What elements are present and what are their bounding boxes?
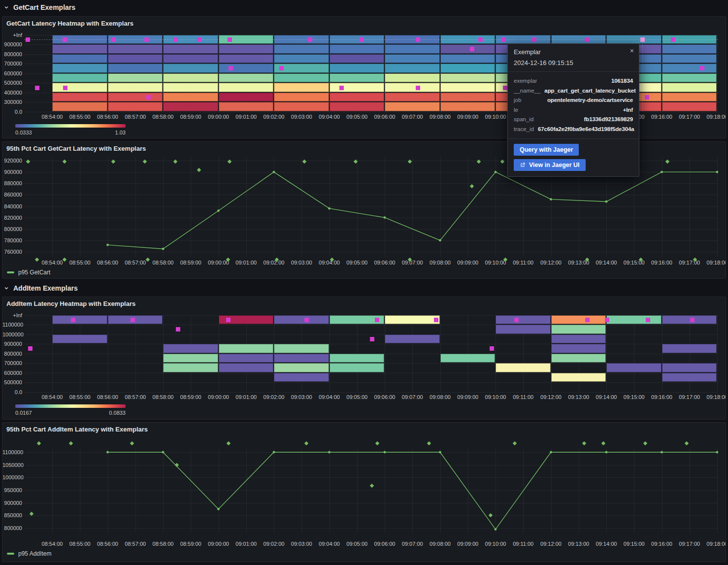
exemplar-marker[interactable] <box>370 337 374 341</box>
view-in-jaeger-ui-button[interactable]: View in Jaeger UI <box>514 159 586 171</box>
panel-title[interactable]: GetCart Latency Heatmap with Exemplars <box>6 20 133 27</box>
exemplar-marker[interactable] <box>131 318 135 322</box>
exemplar-marker[interactable] <box>375 318 379 322</box>
legend-item-p95-additem[interactable]: p95 AddItem <box>7 550 51 557</box>
exemplar-marker[interactable] <box>532 37 536 42</box>
exemplar-marker[interactable] <box>605 318 609 322</box>
exemplar-marker[interactable] <box>308 37 312 42</box>
heatmap-cell <box>662 363 717 372</box>
exemplar-marker[interactable] <box>229 66 233 70</box>
exemplar-marker[interactable] <box>173 37 178 42</box>
heatmap-cell <box>662 344 717 353</box>
exemplar-marker[interactable] <box>416 86 420 90</box>
heatmap-cell <box>52 334 107 344</box>
chevron-down-icon[interactable] <box>4 286 9 291</box>
axis-tick-label-x: 09:18:00 <box>703 114 726 120</box>
exemplar-marker[interactable] <box>585 37 589 42</box>
axis-tick-label-y: 500000 <box>2 379 22 385</box>
tooltip-row-value: 1061834 <box>611 76 633 86</box>
gridline <box>24 344 718 344</box>
panel-title[interactable]: AddItem Latency Heatmap with Exemplars <box>6 300 135 307</box>
exemplar-marker[interactable] <box>478 37 483 42</box>
exemplar-marker[interactable] <box>146 95 151 100</box>
exemplar-marker[interactable] <box>144 37 149 42</box>
data-point <box>384 216 386 219</box>
axis-tick-label-y: 700000 <box>2 360 22 366</box>
heatmap-cell <box>606 363 662 372</box>
heatmap-cell <box>274 44 329 54</box>
section-header-getcart[interactable]: GetCart Exemplars <box>4 0 75 15</box>
exemplar-marker[interactable] <box>304 318 309 322</box>
axis-tick-label-x: 09:17:00 <box>676 394 703 400</box>
exemplar-marker[interactable] <box>501 37 506 42</box>
data-point <box>605 451 608 454</box>
heatmap-cell <box>219 354 274 363</box>
exemplar-marker[interactable] <box>646 318 650 322</box>
heatmap-cell <box>163 93 218 102</box>
exemplar-marker[interactable] <box>645 95 649 100</box>
exemplar-marker[interactable] <box>71 318 75 322</box>
data-point <box>217 508 220 510</box>
exemplar-marker[interactable] <box>28 346 33 351</box>
heatmap-cell <box>219 83 274 92</box>
heatmap-cell <box>163 44 218 54</box>
axis-tick-label-x: 09:08:00 <box>427 114 454 120</box>
heatmap-cell <box>274 83 329 92</box>
tooltip-row: trace_id67c60fa2e2f0ba9e6e43d198f5de304a <box>514 125 633 134</box>
exemplar-marker[interactable] <box>416 37 420 42</box>
exemplar-marker[interactable] <box>26 37 30 42</box>
query-with-jaeger-button[interactable]: Query with Jaeger <box>514 144 579 156</box>
legend-label: p95 AddItem <box>18 550 51 557</box>
axis-tick-label-x: 08:54:00 <box>38 114 66 120</box>
exemplar-marker[interactable] <box>585 318 590 322</box>
exemplar-marker[interactable] <box>226 318 231 322</box>
exemplar-marker[interactable] <box>176 327 180 332</box>
exemplar-marker[interactable] <box>700 66 704 70</box>
exemplar-marker[interactable] <box>690 318 695 322</box>
exemplar-marker[interactable] <box>490 346 494 351</box>
heatmap-cell <box>219 102 274 111</box>
exemplar-marker[interactable] <box>197 37 201 42</box>
panel-title[interactable]: 95th Pct Cart AddItem Latency with Exemp… <box>6 426 148 433</box>
chevron-down-icon[interactable] <box>4 5 9 10</box>
exemplar-marker[interactable] <box>339 86 344 90</box>
panel-title[interactable]: 95th Pct Cart GetCart Latency with Exemp… <box>6 145 146 152</box>
section-header-additem[interactable]: AddItem Exemplars <box>4 281 78 296</box>
heatmap-cell <box>52 102 107 111</box>
exemplar-marker[interactable] <box>63 37 67 42</box>
heatmap-cell <box>219 64 274 73</box>
heatmap-cell <box>163 354 218 363</box>
axis-tick-label-y: 860000 <box>2 192 22 198</box>
exemplar-marker[interactable] <box>503 86 507 90</box>
heatmap-cell <box>52 93 107 102</box>
heatmap-cell <box>440 102 496 111</box>
heatmap-cell <box>163 83 218 92</box>
heatmap-cell <box>274 363 329 372</box>
exemplar-marker[interactable] <box>228 37 232 42</box>
exemplar-marker[interactable] <box>279 66 284 70</box>
exemplar-marker[interactable] <box>514 318 519 322</box>
exemplar-marker[interactable] <box>671 37 675 42</box>
legend-item-p95-getcart[interactable]: p95 GetCart <box>7 269 50 276</box>
exemplar-marker[interactable] <box>111 37 115 42</box>
axis-tick-label-y: 900000 <box>2 500 22 506</box>
heatmap-cell <box>662 54 717 64</box>
axis-tick-label-y: 880000 <box>2 180 22 186</box>
exemplar-marker[interactable] <box>470 47 474 51</box>
heatmap-cell <box>440 44 496 54</box>
exemplar-tooltip: Exemplar × 2024-12-16 09:15:15 exemplar1… <box>507 43 639 177</box>
exemplar-marker[interactable] <box>35 86 39 90</box>
exemplar-marker[interactable] <box>63 86 67 90</box>
axis-tick-label-y: 780000 <box>2 237 22 243</box>
tooltip-row-value: app_cart_get_cart_latency_bucket <box>544 86 635 96</box>
exemplar-marker[interactable] <box>434 318 438 322</box>
close-icon[interactable]: × <box>630 47 634 54</box>
heatmap-cell <box>440 93 496 102</box>
exemplar-marker[interactable] <box>359 37 364 42</box>
axis-tick-label-x: 08:54:00 <box>38 394 66 400</box>
axis-tick-label-x: 09:07:00 <box>398 114 426 120</box>
color-scale-gradient <box>15 404 126 408</box>
exemplar-marker-selected[interactable] <box>640 37 645 42</box>
axis-tick-label-y: 300000 <box>2 99 22 105</box>
tooltip-row: exemplar1061834 <box>514 76 633 86</box>
